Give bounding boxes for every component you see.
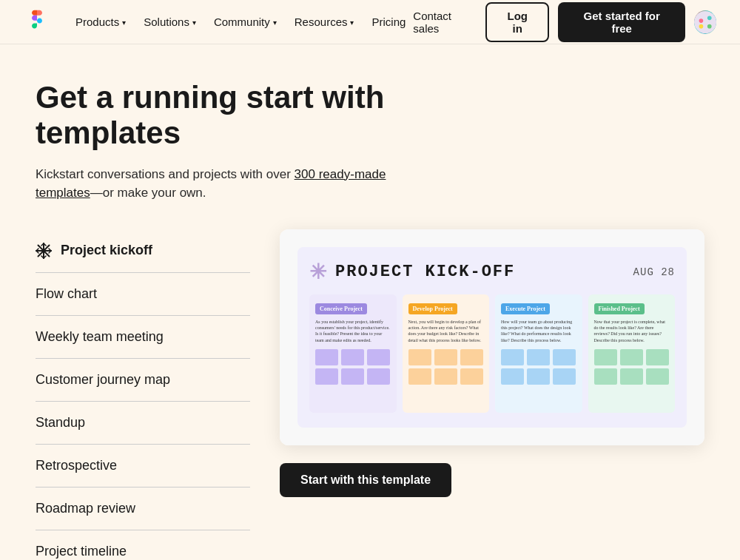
template-col-develop: Develop Project Next, you will begin to … bbox=[403, 294, 490, 413]
sidebar-item-project-timeline[interactable]: Project timeline bbox=[36, 530, 250, 560]
template-title: PROJECT KICK-OFF bbox=[335, 263, 515, 281]
svg-point-1 bbox=[699, 18, 703, 23]
nav-solutions[interactable]: Solutions ▾ bbox=[136, 11, 204, 33]
sidebar-item-customer-journey-map[interactable]: Customer journey map bbox=[36, 359, 250, 402]
template-col-finished: Finished Project Now that your project i… bbox=[588, 294, 676, 413]
community-chevron-icon: ▾ bbox=[273, 18, 277, 27]
hero-title: Get a running start with templates bbox=[36, 80, 480, 152]
template-col-execute: Execute Project How will your team go ab… bbox=[495, 294, 582, 413]
sticky-note bbox=[408, 368, 431, 385]
sticky-note bbox=[620, 349, 643, 365]
sticky-note bbox=[460, 349, 483, 365]
sticky-note bbox=[367, 368, 390, 385]
template-col-conceive: Conceive Project As you establish your p… bbox=[309, 294, 397, 413]
svg-point-3 bbox=[699, 24, 703, 28]
sidebar-item-standup[interactable]: Standup bbox=[36, 402, 250, 445]
sticky-note bbox=[460, 368, 483, 385]
sticky-note bbox=[527, 349, 550, 365]
avatar bbox=[694, 10, 716, 34]
sticky-note bbox=[594, 368, 617, 385]
sticky-note bbox=[646, 349, 669, 365]
nav-products[interactable]: Products ▾ bbox=[68, 11, 133, 33]
snowflake-icon bbox=[36, 243, 52, 259]
sticky-note bbox=[527, 368, 550, 385]
get-started-button[interactable]: Get started for free bbox=[558, 2, 684, 42]
project-kickoff-template: ✳ PROJECT KICK-OFF AUG 28 Conceive Proje… bbox=[297, 247, 687, 428]
hero-subtitle: Kickstart conversations and projects wit… bbox=[36, 165, 406, 203]
template-preview: ✳ PROJECT KICK-OFF AUG 28 Conceive Proje… bbox=[280, 229, 704, 445]
sidebar-label-flow-chart: Flow chart bbox=[36, 286, 97, 302]
sticky-note bbox=[341, 349, 364, 365]
navbar: Products ▾ Solutions ▾ Community ▾ Resou… bbox=[0, 0, 740, 44]
sidebar-label-standup: Standup bbox=[36, 415, 85, 431]
sticky-note bbox=[315, 349, 338, 365]
template-columns: Conceive Project As you establish your p… bbox=[309, 294, 675, 413]
solutions-chevron-icon: ▾ bbox=[192, 18, 196, 27]
template-header: ✳ PROJECT KICK-OFF AUG 28 bbox=[309, 262, 675, 283]
main-content: Project kickoff Flow chart Weekly team m… bbox=[0, 229, 740, 560]
svg-point-4 bbox=[707, 24, 712, 28]
logo[interactable] bbox=[24, 7, 50, 37]
nav-links: Products ▾ Solutions ▾ Community ▾ Resou… bbox=[68, 11, 413, 33]
svg-point-2 bbox=[707, 16, 712, 20]
sidebar-item-project-kickoff[interactable]: Project kickoff bbox=[36, 229, 250, 273]
sticky-note bbox=[315, 368, 338, 385]
nav-community[interactable]: Community ▾ bbox=[206, 11, 284, 33]
sticky-note bbox=[553, 368, 576, 385]
sidebar-label-customer-journey-map: Customer journey map bbox=[36, 372, 170, 388]
sticky-note bbox=[434, 368, 457, 385]
contact-sales-link[interactable]: Contact sales bbox=[413, 10, 477, 35]
sticky-note bbox=[620, 368, 643, 385]
sticky-note bbox=[434, 349, 457, 365]
resources-chevron-icon: ▾ bbox=[350, 18, 354, 27]
sidebar-label-weekly-team-meeting: Weekly team meeting bbox=[36, 329, 164, 345]
template-asterisk-icon: ✳ bbox=[309, 262, 326, 283]
svg-point-0 bbox=[694, 10, 716, 33]
template-date: AUG 28 bbox=[633, 266, 675, 278]
preview-panel: ✳ PROJECT KICK-OFF AUG 28 Conceive Proje… bbox=[280, 229, 704, 497]
start-template-button[interactable]: Start with this template bbox=[280, 463, 451, 497]
sticky-note bbox=[367, 349, 390, 365]
sticky-note bbox=[501, 368, 524, 385]
sticky-note bbox=[501, 349, 524, 365]
nav-pricing[interactable]: Pricing bbox=[364, 11, 413, 33]
sidebar-label-retrospective: Retrospective bbox=[36, 458, 117, 473]
sticky-note bbox=[341, 368, 364, 385]
nav-right: Contact sales Log in Get started for fre… bbox=[413, 2, 716, 42]
hero-section: Get a running start with templates Kicks… bbox=[0, 44, 740, 203]
figma-logo-icon bbox=[24, 7, 50, 34]
sidebar-item-weekly-team-meeting[interactable]: Weekly team meeting bbox=[36, 316, 250, 359]
sidebar-label-project-timeline: Project timeline bbox=[36, 544, 127, 559]
products-chevron-icon: ▾ bbox=[122, 18, 126, 27]
login-button[interactable]: Log in bbox=[485, 2, 549, 42]
sidebar-item-retrospective[interactable]: Retrospective bbox=[36, 445, 250, 488]
sidebar: Project kickoff Flow chart Weekly team m… bbox=[36, 229, 250, 560]
sticky-note bbox=[594, 349, 617, 365]
avatar-icon bbox=[694, 10, 716, 34]
sticky-note bbox=[646, 368, 669, 385]
sticky-note bbox=[553, 349, 576, 365]
sidebar-label-roadmap-review: Roadmap review bbox=[36, 501, 135, 516]
sticky-note bbox=[408, 349, 431, 365]
sidebar-item-flow-chart[interactable]: Flow chart bbox=[36, 273, 250, 316]
sidebar-label-project-kickoff: Project kickoff bbox=[61, 243, 152, 258]
nav-resources[interactable]: Resources ▾ bbox=[287, 11, 362, 33]
template-visual: ✳ PROJECT KICK-OFF AUG 28 Conceive Proje… bbox=[280, 229, 704, 445]
sidebar-item-roadmap-review[interactable]: Roadmap review bbox=[36, 488, 250, 530]
